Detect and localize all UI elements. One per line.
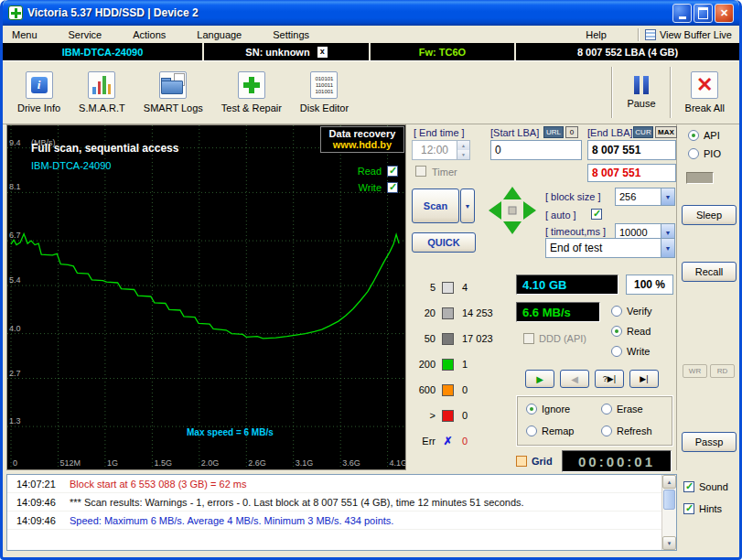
radio-icon [526, 404, 537, 415]
latency-row-5: 5 4 [412, 280, 468, 295]
start-scan-button[interactable]: ▶ [525, 370, 554, 388]
zero-lba-button[interactable]: 0 [565, 126, 578, 138]
passp-button[interactable]: Passp [682, 432, 737, 452]
block-size-label: [ block size ] [545, 191, 601, 202]
end-time-value: 12:00 [413, 141, 457, 159]
menu-service[interactable]: Service [63, 27, 108, 42]
chevron-down-icon: ▼ [661, 188, 674, 205]
smart-logs-icon [159, 71, 187, 99]
window-title: Victoria 5.37 HDD/SSD | Device 2 [27, 6, 668, 19]
end-time-spinner[interactable]: 12:00 ▲▼ [412, 140, 470, 160]
skip-end-icon: ▶| [640, 374, 648, 383]
speed-lcd: 6.6 MB/s [516, 302, 600, 322]
minimize-button[interactable] [672, 4, 692, 23]
svg-text:2.0G: 2.0G [201, 458, 220, 468]
url-button[interactable]: URL [543, 126, 564, 138]
write-legend-checkbox[interactable] [387, 182, 398, 193]
drive-serial-segment: SN: unknown x [204, 43, 369, 60]
view-buffer-live-button[interactable]: View Buffer Live [645, 29, 739, 40]
latency-swatch [442, 410, 454, 422]
svg-text:3.6G: 3.6G [342, 458, 360, 468]
disk-editor-label: Disk Editor [300, 102, 349, 113]
activity-indicator [686, 172, 714, 184]
latency-row-600: 600 0 [412, 382, 468, 397]
toolbar-separator-2 [670, 67, 672, 118]
menu-help[interactable]: Help [580, 27, 612, 42]
refresh-radio[interactable]: Refresh [601, 425, 652, 436]
end-lba-input[interactable]: 8 007 551 [587, 140, 676, 160]
rd-button[interactable]: RD [710, 364, 735, 378]
scroll-up-button[interactable]: ▲ [662, 475, 676, 489]
menu-language[interactable]: Language [191, 27, 247, 42]
titlebar[interactable]: Victoria 5.37 HDD/SSD | Device 2 [3, 0, 739, 26]
menu-menu[interactable]: Menu [6, 27, 43, 42]
log-scrollbar[interactable]: ▲ ▼ [661, 475, 676, 550]
checkbox-icon [683, 481, 694, 492]
drive-info-button[interactable]: i Drive Info [8, 65, 70, 120]
pio-radio[interactable]: PIO [688, 148, 721, 159]
recall-button[interactable]: Recall [682, 262, 737, 282]
cur-button[interactable]: CUR [633, 126, 653, 138]
drive-info-icon: i [26, 71, 53, 99]
read-legend-checkbox[interactable] [387, 166, 398, 177]
quick-button[interactable]: QUICK [412, 232, 476, 253]
scan-button[interactable]: Scan [412, 188, 459, 223]
spin-down-icon[interactable]: ▼ [457, 150, 469, 159]
victoria-window: Victoria 5.37 HDD/SSD | Device 2 Menu Se… [0, 0, 742, 560]
menu-actions[interactable]: Actions [127, 27, 171, 42]
pause-icon [634, 76, 649, 94]
ddd-api-checkbox[interactable]: DDD (API) [523, 333, 586, 344]
ignore-radio[interactable]: Ignore [526, 404, 570, 415]
end-of-test-select[interactable]: End of test ▼ [545, 238, 675, 258]
scroll-thumb[interactable] [663, 490, 675, 510]
view-buffer-live-label: View Buffer Live [660, 29, 732, 40]
seek-dpad[interactable] [485, 183, 540, 238]
drive-capacity: 8 007 552 LBA (4 GB) [516, 43, 739, 60]
verify-radio[interactable]: Verify [611, 306, 652, 317]
block-size-select[interactable]: 256 ▼ [615, 188, 675, 206]
break-all-button[interactable]: ✕ Break All [676, 65, 734, 120]
watermark-line1: Data recovery [321, 128, 403, 139]
read-radio[interactable]: Read [611, 326, 651, 337]
test-repair-button[interactable]: Test & Repair [212, 65, 291, 120]
smart-button[interactable]: S.M.A.R.T [70, 65, 134, 120]
max-button[interactable]: MAX [655, 126, 677, 138]
skip-to-end-button[interactable]: ▶| [629, 370, 659, 388]
smart-logs-button[interactable]: SMART Logs [134, 65, 212, 120]
drive-serial: SN: unknown [245, 47, 309, 58]
end-time-label: [ End time ] [414, 127, 465, 138]
svg-text:1G: 1G [107, 458, 118, 468]
spin-up-icon[interactable]: ▲ [457, 141, 469, 150]
serial-close-button[interactable]: x [317, 47, 328, 58]
chevron-down-icon: ▼ [465, 203, 471, 210]
remap-radio[interactable]: Remap [526, 425, 574, 436]
pause-label: Pause [627, 98, 655, 109]
sound-checkbox[interactable]: Sound [683, 481, 728, 492]
erase-radio[interactable]: Erase [601, 404, 643, 415]
controls-panel: [ End time ] [Start LBA] URL 0 [End LBA]… [408, 124, 677, 470]
start-lba-input[interactable]: 0 [490, 140, 582, 160]
maximize-button[interactable] [694, 4, 713, 23]
timer-countdown: 8 007 551 [587, 164, 676, 182]
graph-title: Full scan, sequential access [31, 142, 178, 155]
latency-swatch [442, 359, 454, 371]
api-radio[interactable]: API [688, 130, 720, 141]
grid-checkbox[interactable]: Grid [516, 456, 553, 467]
wr-button[interactable]: WR [683, 364, 707, 378]
disk-editor-button[interactable]: 010101 110011 101001 Disk Editor [291, 65, 358, 120]
menu-settings[interactable]: Settings [267, 27, 315, 42]
jump-to-block-button[interactable]: ?▶| [595, 370, 624, 388]
radio-icon [688, 130, 699, 141]
timer-checkbox[interactable] [415, 166, 426, 177]
close-button[interactable] [715, 4, 734, 23]
step-back-button[interactable]: ◀ [560, 370, 589, 388]
sleep-button[interactable]: Sleep [682, 205, 737, 225]
auto-checkbox[interactable] [591, 209, 602, 220]
hints-checkbox[interactable]: Hints [683, 503, 722, 514]
write-radio[interactable]: Write [611, 346, 650, 357]
latency-row-50: 50 17 023 [412, 331, 493, 346]
scan-dropdown-button[interactable]: ▼ [460, 188, 475, 223]
log-row: 14:09:46 *** Scan results: Warnings - 1,… [7, 493, 676, 512]
pause-button[interactable]: Pause [618, 65, 664, 120]
scroll-down-button[interactable]: ▼ [662, 536, 676, 550]
